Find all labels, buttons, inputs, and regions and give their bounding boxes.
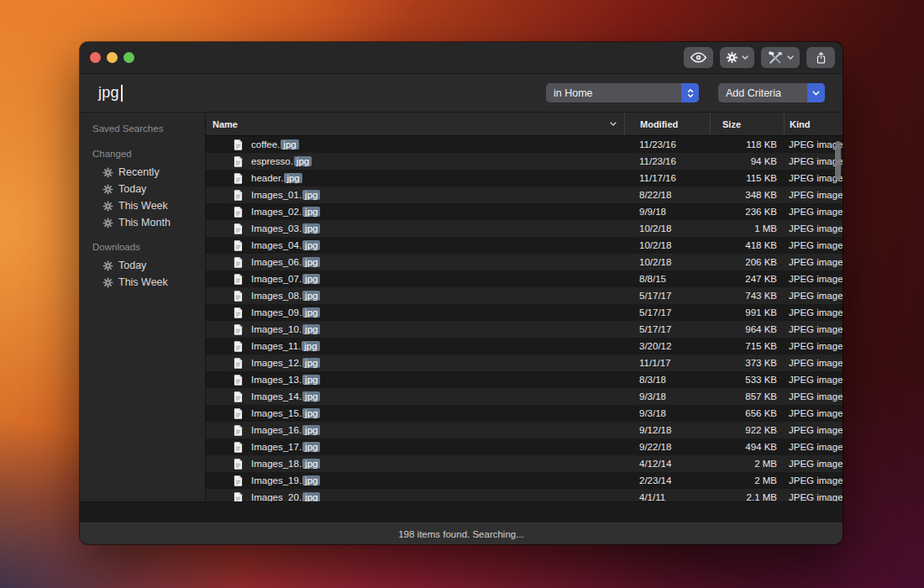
file-name-cell: Images_14.jpg [206, 391, 624, 402]
table-row[interactable]: Images_04.jpg10/2/18418 KBJPEG image [206, 237, 843, 254]
search-match-highlight: jpg [302, 408, 320, 418]
zoom-button[interactable] [123, 52, 134, 63]
action-menu-button[interactable] [720, 47, 754, 68]
file-name-cell: espresso.jpg [206, 156, 624, 167]
add-criteria-dropdown[interactable]: Add Criteria [718, 83, 825, 102]
file-kind: JPEG image [784, 375, 843, 385]
file-name: Images_09.jpg [251, 307, 320, 318]
file-name-cell: Images_04.jpg [206, 240, 624, 251]
file-modified: 9/3/18 [624, 408, 710, 418]
document-icon [234, 391, 243, 402]
file-name-cell: Images_08.jpg [206, 291, 624, 302]
table-row[interactable]: Images_08.jpg5/17/17743 KBJPEG image [206, 287, 843, 304]
quick-look-button[interactable] [684, 47, 713, 68]
file-name: Images_07.jpg [251, 274, 320, 284]
vertical-scrollbar-thumb[interactable] [835, 141, 841, 180]
table-row[interactable]: Images_07.jpg8/8/15247 KBJPEG image [206, 270, 843, 287]
eye-icon [690, 52, 707, 63]
scope-dropdown[interactable]: in Home [546, 83, 699, 102]
file-modified: 9/9/18 [624, 207, 710, 217]
column-header-kind[interactable]: Kind [784, 113, 843, 135]
search-match-highlight: jpg [302, 459, 320, 469]
table-row[interactable]: Images_09.jpg5/17/17991 KBJPEG image [206, 304, 843, 321]
table-row[interactable]: Images_10.jpg5/17/17964 KBJPEG image [206, 321, 843, 338]
table-row[interactable]: Images_16.jpg9/12/18922 KBJPEG image [206, 422, 843, 438]
file-modified: 2/23/14 [624, 475, 710, 486]
document-icon [234, 190, 243, 201]
file-name-cell: Images_03.jpg [206, 223, 624, 234]
sidebar-item-changed-this-week[interactable]: This Week [92, 197, 205, 214]
close-button[interactable] [90, 52, 101, 63]
table-row[interactable]: Images_19.jpg2/23/142 MBJPEG image [206, 472, 843, 489]
file-kind: JPEG image [784, 391, 843, 402]
document-icon [234, 492, 243, 502]
file-size: 922 KB [710, 425, 784, 435]
search-match-highlight: jpg [302, 307, 320, 318]
file-size: 715 KB [710, 341, 784, 351]
column-header-modified[interactable]: Modified [624, 113, 710, 135]
table-row[interactable]: Images_02.jpg9/9/18236 KBJPEG image [206, 203, 843, 220]
column-header-size[interactable]: Size [710, 113, 784, 135]
table-row[interactable]: Images_03.jpg10/2/181 MBJPEG image [206, 220, 843, 237]
sidebar-section: Downloads Today This Week [92, 242, 205, 291]
sidebar-item-label: Recently [118, 166, 160, 178]
file-kind: JPEG image [784, 240, 843, 250]
table-row[interactable]: Images_13.jpg8/3/18533 KBJPEG image [206, 371, 843, 388]
table-row[interactable]: Images_18.jpg4/12/142 MBJPEG image [206, 455, 843, 472]
status-bar: 198 items found. Searching... [80, 522, 843, 544]
file-kind: JPEG image [784, 442, 843, 452]
file-kind: JPEG image [784, 475, 843, 486]
table-row[interactable]: Images_01.jpg8/22/18348 KBJPEG image [206, 186, 843, 203]
file-modified: 3/20/12 [624, 341, 710, 351]
sidebar-section-label: Changed [92, 149, 205, 159]
document-icon [234, 307, 243, 318]
search-input[interactable]: jpg [98, 84, 123, 102]
file-name: espresso.jpg [251, 156, 312, 166]
minimize-button[interactable] [107, 52, 118, 63]
table-row[interactable]: Images_14.jpg9/3/18857 KBJPEG image [206, 388, 843, 405]
document-icon [234, 274, 243, 285]
file-size: 348 KB [710, 190, 784, 200]
sidebar-item-changed-recently[interactable]: Recently [92, 164, 205, 181]
share-button[interactable] [806, 47, 835, 68]
file-name: Images_08.jpg [251, 291, 320, 301]
smart-search-gear-icon [102, 260, 113, 271]
table-row[interactable]: header.jpg11/17/16115 KBJPEG image [206, 170, 843, 186]
search-match-highlight: jpg [281, 139, 298, 150]
sidebar-item-downloads-today[interactable]: Today [92, 257, 205, 274]
table-row[interactable]: Images_20.jpg4/1/112.1 MBJPEG image [206, 489, 843, 501]
search-match-highlight: jpg [302, 207, 320, 217]
tools-menu-button[interactable] [761, 47, 800, 68]
table-row[interactable]: Images_17.jpg9/22/18494 KBJPEG image [206, 438, 843, 455]
table-row[interactable]: coffee.jpg11/23/16118 KBJPEG image [206, 136, 843, 153]
table-row[interactable]: Images_15.jpg9/3/18656 KBJPEG image [206, 405, 843, 422]
sidebar-item-downloads-this-week[interactable]: This Week [92, 274, 205, 291]
file-size: 533 KB [710, 375, 784, 385]
table-row[interactable]: Images_11.jpg3/20/12715 KBJPEG image [206, 338, 843, 354]
file-modified: 10/2/18 [624, 240, 710, 250]
table-row[interactable]: Images_06.jpg10/2/18206 KBJPEG image [206, 254, 843, 270]
search-match-highlight: jpg [302, 442, 320, 452]
search-match-highlight: jpg [302, 391, 320, 402]
sidebar-item-changed-today[interactable]: Today [92, 181, 205, 197]
file-name-cell: Images_07.jpg [206, 274, 624, 285]
sidebar-item-changed-this-month[interactable]: This Month [92, 214, 205, 231]
column-header-name[interactable]: Name [206, 113, 624, 135]
file-name: Images_10.jpg [251, 324, 320, 334]
document-icon [234, 324, 243, 335]
smart-search-gear-icon [102, 184, 113, 195]
file-size: 2.1 MB [710, 492, 784, 501]
file-kind: JPEG image [784, 190, 843, 200]
file-name: Images_11.jpg [251, 341, 320, 351]
file-size: 373 KB [710, 358, 784, 368]
file-modified: 4/1/11 [624, 492, 710, 501]
file-kind: JPEG image [784, 459, 843, 469]
file-size: 964 KB [710, 324, 784, 334]
document-icon [234, 207, 243, 218]
table-row[interactable]: Images_12.jpg11/1/17373 KBJPEG image [206, 354, 843, 371]
document-icon [234, 358, 243, 369]
table-row[interactable]: espresso.jpg11/23/1694 KBJPEG image [206, 153, 843, 170]
search-match-highlight: jpg [302, 274, 320, 284]
file-name-cell: Images_06.jpg [206, 257, 624, 268]
document-icon [234, 341, 243, 352]
